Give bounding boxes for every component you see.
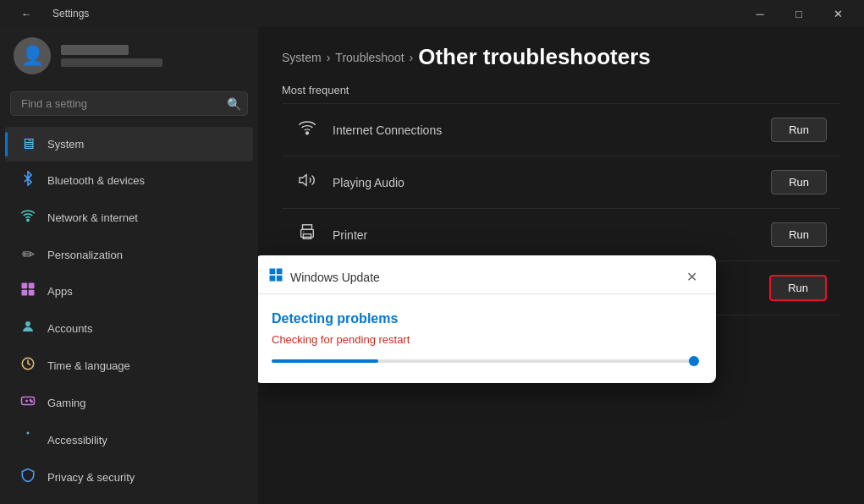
gaming-icon [19, 393, 37, 413]
sidebar-item-apps[interactable]: Apps [5, 273, 253, 310]
user-info [61, 45, 162, 67]
svg-point-13 [306, 132, 309, 134]
internet-icon [295, 118, 319, 142]
accounts-icon [19, 319, 37, 338]
run-audio-button[interactable]: Run [771, 170, 827, 194]
time-icon [19, 356, 37, 375]
troubleshoot-dialog: Windows Update ✕ Detecting problems Chec… [258, 255, 716, 383]
sidebar-item-label: Apps [47, 285, 73, 298]
sidebar: 👤 🔍 🖥 System Bluetooth & devices [0, 27, 258, 504]
progress-bar-fill [272, 359, 378, 363]
progress-dot [689, 356, 699, 366]
sidebar-item-label: Accessibility [47, 434, 107, 446]
maximize-button[interactable]: □ [779, 0, 818, 27]
printer-icon [295, 223, 319, 247]
close-button[interactable]: ✕ [818, 0, 857, 27]
apps-icon [19, 282, 37, 301]
title-bar-controls: ─ □ ✕ [740, 0, 857, 27]
app-title: Settings [52, 8, 89, 19]
svg-point-5 [25, 321, 30, 326]
dialog-title: Windows Update [290, 271, 380, 284]
svg-rect-15 [303, 224, 312, 229]
dialog-close-button[interactable]: ✕ [681, 267, 702, 287]
sidebar-item-personalization[interactable]: ✏ Personalization [5, 237, 253, 272]
sidebar-item-label: System [47, 138, 84, 151]
page-title: Other troubleshooters [418, 44, 650, 70]
sidebar-item-privacy[interactable]: Privacy & security [5, 459, 253, 496]
sidebar-item-system[interactable]: 🖥 System [5, 127, 253, 162]
svg-rect-22 [277, 276, 283, 282]
item-label: Internet Connections [333, 123, 771, 137]
main-content: System › Troubleshoot › Other troublesho… [258, 27, 864, 504]
bluetooth-icon [19, 171, 37, 190]
sidebar-item-accounts[interactable]: Accounts [5, 310, 253, 347]
item-label: Printer [333, 228, 771, 242]
search-box: 🔍 [10, 91, 248, 116]
sidebar-item-label: Bluetooth & devices [47, 174, 145, 187]
back-button[interactable]: ← [7, 0, 46, 27]
svg-rect-1 [22, 283, 28, 289]
svg-rect-17 [303, 233, 311, 238]
sidebar-item-label: Accounts [47, 322, 92, 335]
sidebar-item-label: Privacy & security [47, 471, 135, 484]
dialog-body: Detecting problems Checking for pending … [258, 294, 716, 383]
dialog-windows-icon [268, 267, 283, 287]
breadcrumb-troubleshoot[interactable]: Troubleshoot [335, 51, 404, 64]
breadcrumb-system[interactable]: System [282, 51, 322, 64]
nav-list: 🖥 System Bluetooth & devices [0, 123, 258, 504]
sidebar-item-label: Personalization [47, 249, 123, 261]
svg-rect-3 [22, 290, 28, 296]
sidebar-item-gaming[interactable]: Gaming [5, 385, 253, 421]
search-icon: 🔍 [227, 97, 241, 111]
sidebar-item-network[interactable]: Network & internet [5, 200, 253, 236]
user-name [61, 45, 129, 55]
audio-icon [295, 171, 319, 194]
sidebar-item-label: Time & language [47, 359, 130, 372]
svg-rect-19 [270, 269, 276, 275]
personalization-icon: ✏ [19, 245, 37, 264]
sidebar-item-label: Gaming [47, 397, 86, 409]
run-printer-button[interactable]: Run [771, 222, 827, 247]
sidebar-item-time[interactable]: Time & language [5, 348, 253, 384]
run-internet-button[interactable]: Run [771, 118, 827, 142]
title-bar: ← Settings ─ □ ✕ [0, 0, 864, 27]
svg-rect-2 [29, 283, 35, 289]
user-email [61, 58, 162, 67]
network-icon [19, 208, 37, 227]
sidebar-item-accessibility[interactable]: Accessibility [5, 422, 253, 458]
system-icon: 🖥 [19, 135, 37, 153]
privacy-icon [19, 468, 37, 487]
svg-rect-20 [277, 269, 283, 275]
avatar: 👤 [14, 37, 51, 74]
breadcrumb: System › Troubleshoot › Other troublesho… [282, 44, 840, 70]
section-label: Most frequent [282, 84, 840, 96]
status-label: Checking for pending restart [272, 333, 699, 346]
svg-marker-14 [300, 174, 306, 185]
breadcrumb-sep2: › [410, 51, 414, 64]
table-row: Internet Connections Run [282, 103, 840, 156]
dialog-header: Windows Update ✕ [258, 255, 716, 294]
minimize-button[interactable]: ─ [740, 0, 779, 27]
accessibility-icon [19, 430, 37, 450]
sidebar-item-bluetooth[interactable]: Bluetooth & devices [5, 162, 253, 199]
app-body: 👤 🔍 🖥 System Bluetooth & devices [0, 27, 864, 504]
table-row: Playing Audio Run [282, 156, 840, 209]
run-windows-update-button[interactable]: Run [769, 275, 827, 301]
table-row: Printer Run [282, 209, 840, 261]
user-section: 👤 [0, 27, 258, 85]
title-bar-left: ← Settings [7, 0, 89, 27]
sidebar-item-label: Network & internet [47, 211, 138, 224]
detecting-label: Detecting problems [272, 311, 699, 326]
search-input[interactable] [10, 91, 248, 116]
svg-point-0 [27, 219, 29, 221]
svg-point-11 [31, 401, 33, 403]
svg-rect-4 [29, 290, 35, 296]
svg-point-12 [27, 432, 30, 435]
svg-rect-21 [270, 276, 276, 282]
progress-bar-track [272, 359, 699, 363]
item-label: Playing Audio [333, 176, 771, 189]
breadcrumb-sep1: › [327, 51, 331, 64]
